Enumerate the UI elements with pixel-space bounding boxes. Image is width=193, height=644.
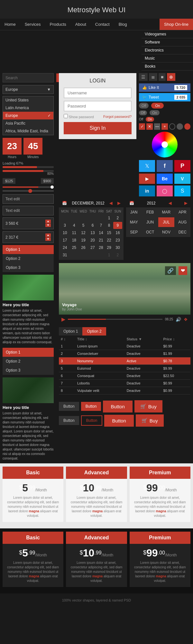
cal-day[interactable]: 1 [105,251,113,259]
mark-plus[interactable]: + [161,123,168,130]
cal-day[interactable]: 2 [113,251,122,259]
cal-day-31[interactable]: 31 [60,251,69,259]
cal-day[interactable] [78,251,88,259]
sign-in-button[interactable]: Sign In [64,122,132,134]
toggle-on-1[interactable]: On [151,103,164,109]
dribbble-icon-btn[interactable]: ◯ [157,185,173,196]
option-1-1[interactable]: Option 1 [3,245,54,254]
month-feb[interactable]: FEB [142,207,158,217]
buy-button-1[interactable]: 🛒 Buy [134,400,162,412]
button-red-large-2[interactable]: Button [104,415,133,427]
pinterest-icon-btn[interactable]: P [174,160,190,172]
month-sep[interactable]: SEP [126,227,142,237]
nav-products[interactable]: Products [45,19,71,30]
text-edit-2[interactable]: Text edit [3,206,54,215]
linkedin-icon-btn[interactable]: in [139,185,155,196]
shop-item-software[interactable]: Software [142,38,193,46]
cal-day-27[interactable]: 27 [88,244,97,251]
cal-day[interactable] [70,214,78,222]
month-jan[interactable]: JAN [126,207,142,217]
country-us[interactable]: United States [3,96,53,104]
button-red-1[interactable]: Button [81,402,101,411]
month-mar[interactable]: MAR [158,207,174,217]
option-2-3[interactable]: Option 3 [3,366,54,375]
nav-about[interactable]: About [71,19,91,30]
cal-day-13[interactable]: 13 [88,229,97,236]
option-2-2[interactable]: Option 2 [3,357,54,366]
cal-day-23[interactable]: 23 [113,237,122,244]
toggle-mid-2[interactable]: On [150,110,160,115]
shop-item-music[interactable]: Music [142,54,193,62]
mark-minus[interactable]: — [154,123,160,130]
toggle-off-1[interactable]: Off [139,103,149,109]
cal-day-7[interactable]: 7 [97,222,105,229]
country-europe[interactable]: Europe ✓ [3,112,53,119]
button-dark-2[interactable]: Button [59,416,79,425]
cal-day-29[interactable]: 29 [105,244,113,251]
view-grid-icon[interactable]: ⊕ [167,73,175,81]
show-password-checkbox[interactable] [64,114,68,118]
num-down-1[interactable]: ▼ [45,223,51,227]
cal-day-25[interactable]: 25 [70,244,78,251]
tweet-button[interactable]: 🐦 Tweet 2 035 [139,93,190,101]
cal-day[interactable] [88,251,97,259]
behance-icon-btn[interactable]: Be [157,174,173,184]
country-asia[interactable]: Asia Pacific [3,119,53,127]
video-link-button[interactable]: 🔗 [165,266,176,275]
play-button[interactable]: ▶ [61,316,65,322]
cal-day-9-today[interactable]: 9 [113,222,122,229]
mark-x[interactable]: ✕ [146,123,152,130]
button-red-large[interactable]: Button [103,401,132,412]
cal-day-18[interactable]: 18 [70,237,78,244]
cal-day[interactable] [88,214,97,222]
col-title[interactable]: Title ↕ [75,336,125,343]
text-edit-1[interactable]: Text edit [3,194,54,204]
skype-icon-btn[interactable]: S [174,185,190,196]
cal-day-26[interactable]: 26 [78,244,88,251]
month-oct[interactable]: OCT [142,227,158,237]
month-apr[interactable]: APR [175,207,190,217]
year-cal-prev[interactable]: ◀ [169,201,171,205]
num-down-2[interactable]: ▼ [45,237,51,241]
month-jun[interactable]: JUN [142,217,158,227]
volume-icon[interactable]: 🔊 [176,317,181,322]
option-2-1[interactable]: Option 1 [3,348,54,357]
cal-day[interactable] [97,214,105,222]
month-dec[interactable]: DEC [175,227,190,237]
mark-check[interactable]: ✓ [139,123,145,130]
toggle-off-2[interactable]: Off [139,110,147,115]
month-aug[interactable]: AUG [175,217,190,227]
cal-day-17[interactable]: 17 [60,237,69,244]
cal-day-21[interactable]: 21 [97,237,105,244]
cal-day-4[interactable]: 4 [70,222,78,229]
europe-dropdown[interactable]: Europe ▼ [3,85,54,94]
forgot-password-link[interactable]: Forgot password? [103,115,132,118]
video-progress-bar[interactable] [68,319,162,320]
table-tab-option1[interactable]: Option 1 [59,327,82,336]
cal-day-24[interactable]: 24 [60,244,69,251]
month-may[interactable]: MAY [126,217,142,227]
mark-circle-empty[interactable] [169,123,176,130]
col-status[interactable]: Status ▼ [125,336,161,343]
option-1-3[interactable]: Option 3 [3,263,54,272]
cal-day-6[interactable]: 6 [88,222,97,229]
cal-day[interactable] [78,214,88,222]
cal-day-30[interactable]: 30 [113,244,122,251]
color-wheel[interactable] [152,132,178,157]
twitter-icon-btn[interactable]: 𝕏 [139,160,155,172]
single-slider-track[interactable] [3,190,54,192]
slider-track[interactable] [3,186,54,188]
table-tab-option2[interactable]: Option 2 [82,327,106,336]
shop-item-videogames[interactable]: Videogames [142,30,193,38]
search-input[interactable] [3,73,56,82]
cal-day-28[interactable]: 28 [97,244,105,251]
youtube-icon-btn[interactable]: ▶ [139,174,155,184]
col-price[interactable]: Price ↕ [161,336,190,343]
nav-services[interactable]: Services [20,19,45,30]
cal-day-20[interactable]: 20 [88,237,97,244]
nav-contact[interactable]: Contact [91,19,114,30]
video-heart-button[interactable]: ❤ [179,266,187,275]
cal-day-8[interactable]: 8 [105,222,113,229]
nav-blog[interactable]: Blog [114,19,132,30]
buy-button-2[interactable]: 🛒 Buy [136,414,164,427]
